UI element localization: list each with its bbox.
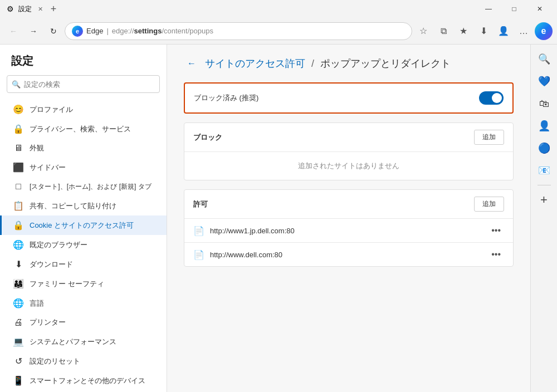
browser-sidebar-separator xyxy=(538,185,551,185)
favorites-button[interactable]: ☆ xyxy=(414,22,432,40)
forward-button[interactable]: → xyxy=(25,22,42,40)
cookies-icon: 🔒 xyxy=(13,220,24,231)
site-row-1: 📄 http://www1.jp.dell.com:80 ••• xyxy=(184,219,513,243)
collections-button[interactable]: ★ xyxy=(455,22,472,40)
sidebar-item-sidebar[interactable]: ⬛ サイドバー xyxy=(0,158,167,177)
sidebar-icon: ⬛ xyxy=(13,162,24,173)
sidebar-item-language[interactable]: 🌐 言語 xyxy=(0,293,167,313)
language-icon: 🌐 xyxy=(13,298,24,308)
address-separator: | xyxy=(106,27,108,35)
block-list-header: ブロック 追加 xyxy=(184,123,513,152)
sidebar-item-family[interactable]: 👨‍👩‍👧 ファミリー セーフティ xyxy=(0,274,167,293)
browser-sidebar-outlook[interactable]: 📧 xyxy=(534,160,554,180)
privacy-icon: 🔒 xyxy=(13,124,24,134)
address-url: edge://settings/content/popups xyxy=(112,27,213,35)
block-recommended-row: ブロック済み (推奨) xyxy=(185,84,512,112)
browser-sidebar-edge[interactable]: 🔵 xyxy=(534,138,554,158)
browser-sidebar-person[interactable]: 👤 xyxy=(534,116,554,136)
site-more-button-2[interactable]: ••• xyxy=(488,248,504,261)
share-icon: 📋 xyxy=(13,200,24,211)
account-button[interactable]: 👤 xyxy=(495,22,512,40)
site-file-icon-2: 📄 xyxy=(193,249,204,260)
reset-icon: ↺ xyxy=(13,356,24,366)
breadcrumb: サイトのアクセス許可 / ポップアップとリダイレクト xyxy=(205,57,451,70)
settings-search-box[interactable]: 🔍 xyxy=(7,75,160,93)
block-empty-message: 追加されたサイトはありません xyxy=(184,152,513,180)
sidebar-item-newtab[interactable]: □ [スタート]、[ホーム]、および [新規] タブ xyxy=(0,177,167,196)
more-button[interactable]: … xyxy=(515,22,532,40)
address-brand: Edge xyxy=(86,27,103,35)
site-file-icon-1: 📄 xyxy=(193,226,204,236)
sidebar-item-mobile[interactable]: 📱 スマートフォンとその他のデバイス xyxy=(0,371,167,390)
allow-list-card: 許可 追加 📄 http://www1.jp.dell.com:80 ••• 📄… xyxy=(184,189,514,267)
minimize-button[interactable]: — xyxy=(476,0,501,18)
edge-profile-button[interactable]: e xyxy=(535,22,553,40)
block-toggle[interactable] xyxy=(479,91,504,105)
family-icon: 👨‍👩‍👧 xyxy=(13,278,24,289)
browser-sidebar: 🔍 💙 🛍 👤 🔵 📧 + xyxy=(530,45,557,392)
browser-icon: 🌐 xyxy=(13,239,24,250)
sidebar-item-profile[interactable]: 😊 プロファイル xyxy=(0,100,167,119)
block-recommended-card: ブロック済み (推奨) xyxy=(184,82,514,114)
sidebar-item-share[interactable]: 📋 共有、コピーして貼り付け xyxy=(0,196,167,215)
edge-icon: e xyxy=(72,26,83,37)
edge-profile-icon: e xyxy=(541,26,546,36)
sidebar-item-appearance[interactable]: 🖥 外観 xyxy=(0,139,167,158)
breadcrumb-current: ポップアップとリダイレクト xyxy=(320,58,451,69)
settings-main: ← サイトのアクセス許可 / ポップアップとリダイレクト ブロック済み (推奨) xyxy=(167,45,530,392)
sidebar-item-printer[interactable]: 🖨 プリンター xyxy=(0,313,167,332)
allow-list-header: 許可 追加 xyxy=(184,190,513,219)
sidebar-item-system[interactable]: 💻 システムとパフォーマンス xyxy=(0,332,167,351)
sidebar-item-reset[interactable]: ↺ 設定のリセット xyxy=(0,351,167,371)
tab-close-button[interactable]: ✕ xyxy=(36,4,45,14)
newtab-icon: □ xyxy=(13,182,24,192)
browser-sidebar-bag[interactable]: 🛍 xyxy=(534,94,554,114)
site-url-2: http://www.dell.com:80 xyxy=(210,251,482,259)
sidebar-item-download[interactable]: ⬇ ダウンロード xyxy=(0,254,167,274)
system-icon: 💻 xyxy=(13,336,24,347)
settings-search-input[interactable] xyxy=(24,80,155,89)
maximize-button[interactable]: □ xyxy=(501,0,527,18)
download-button[interactable]: ⬇ xyxy=(475,22,492,40)
appearance-icon: 🖥 xyxy=(13,143,24,153)
printer-icon: 🖨 xyxy=(13,317,24,327)
download-icon: ⬇ xyxy=(13,259,24,270)
block-list-title: ブロック xyxy=(193,133,474,143)
back-button[interactable]: ← xyxy=(184,56,199,71)
browser-sidebar-favorites[interactable]: 💙 xyxy=(534,71,554,91)
browser-sidebar-search[interactable]: 🔍 xyxy=(534,49,554,69)
sidebar-item-cookies[interactable]: 🔒 Cookie とサイトのアクセス許可 xyxy=(0,215,167,235)
mobile-icon: 📱 xyxy=(13,375,24,386)
sidebar-item-browser[interactable]: 🌐 既定のブラウザー xyxy=(0,235,167,254)
main-layout: 設定 🔍 😊 プロファイル 🔒 プライバシー、検索、サービス 🖥 外観 ⬛ サイ… xyxy=(0,45,557,392)
settings-sidebar: 設定 🔍 😊 プロファイル 🔒 プライバシー、検索、サービス 🖥 外観 ⬛ サイ… xyxy=(0,45,167,392)
close-button[interactable]: ✕ xyxy=(527,0,553,18)
browser-sidebar-add[interactable]: + xyxy=(534,190,554,210)
block-list-card: ブロック 追加 追加されたサイトはありません xyxy=(184,122,514,180)
site-url-1: http://www1.jp.dell.com:80 xyxy=(210,227,482,235)
allow-list-title: 許可 xyxy=(193,199,474,209)
addressbar: ← → ↻ e Edge | edge://settings/content/p… xyxy=(0,18,557,45)
settings-title: 設定 xyxy=(0,53,167,75)
site-row-2: 📄 http://www.dell.com:80 ••• xyxy=(184,243,513,266)
block-recommended-label: ブロック済み (推奨) xyxy=(194,93,479,103)
allow-add-button[interactable]: 追加 xyxy=(474,197,504,212)
address-bar-input[interactable]: e Edge | edge://settings/content/popups xyxy=(65,22,412,40)
refresh-button[interactable]: ↻ xyxy=(45,22,62,40)
profile-icon: 😊 xyxy=(13,104,24,115)
block-add-button[interactable]: 追加 xyxy=(474,130,504,145)
breadcrumb-separator: / xyxy=(311,58,314,69)
toggle-slider xyxy=(479,91,504,105)
back-button[interactable]: ← xyxy=(4,22,22,40)
tab-manager-button[interactable]: ⧉ xyxy=(434,22,452,40)
site-more-button-1[interactable]: ••• xyxy=(488,224,504,237)
new-tab-button[interactable]: + xyxy=(45,1,62,17)
breadcrumb-link[interactable]: サイトのアクセス許可 xyxy=(205,58,305,69)
sidebar-item-privacy[interactable]: 🔒 プライバシー、検索、サービス xyxy=(0,119,167,139)
search-icon: 🔍 xyxy=(12,80,21,89)
settings-icon: ⚙ xyxy=(7,4,14,13)
content-area: 設定 🔍 😊 プロファイル 🔒 プライバシー、検索、サービス 🖥 外観 ⬛ サイ… xyxy=(0,45,530,392)
page-header: ← サイトのアクセス許可 / ポップアップとリダイレクト xyxy=(184,56,514,71)
titlebar: ⚙ 設定 ✕ + — □ ✕ xyxy=(0,0,557,18)
tab-title: 設定 xyxy=(18,4,32,14)
